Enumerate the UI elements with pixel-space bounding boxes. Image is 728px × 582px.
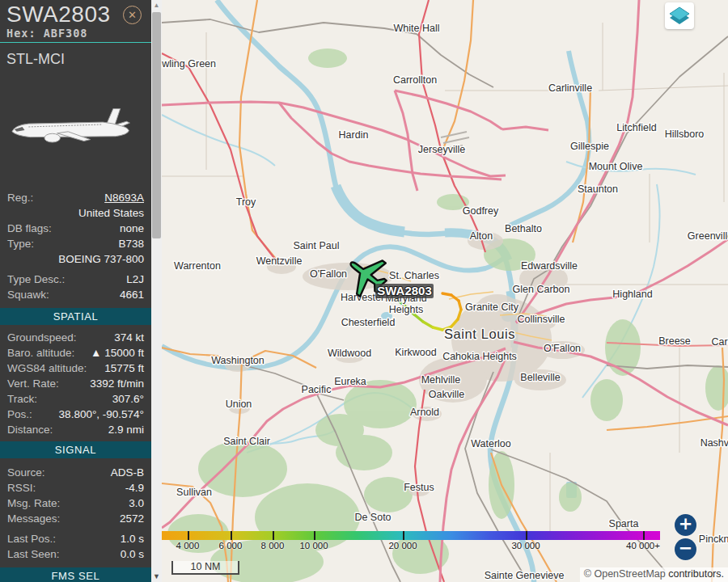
map-city-label: Edwardsville (521, 260, 578, 272)
map-city-label: O'Fallon (310, 268, 347, 280)
section-header-fms-sel: FMS SEL (0, 567, 151, 582)
layers-button[interactable] (665, 2, 694, 29)
map-city-label: Sparta (609, 518, 639, 529)
spatial-row: Distance:2.9 nmi (0, 422, 151, 437)
trail-segment (433, 327, 442, 330)
legend-tick-label: 4 000 (176, 541, 200, 550)
spatial-row: Pos.:38.800°, -90.574° (0, 407, 151, 422)
map-city-label: Bowling Green (162, 58, 216, 70)
map-city-label: Waterloo (471, 438, 511, 449)
map-city-label: Belleville (520, 372, 560, 383)
scrollbar-down-icon[interactable]: ▼ (151, 572, 162, 580)
zoom-in-button[interactable]: + (675, 514, 696, 536)
trail-segment (459, 301, 461, 310)
sidebar-scrollbar[interactable]: ▲ ▼ (151, 0, 162, 582)
info-row: United States (0, 205, 151, 221)
hex-label: Hex: (6, 27, 36, 40)
map-city-label: Breese (658, 335, 691, 347)
map-city-label: Collinsville (517, 314, 565, 325)
legend-tick-label: 30 000 (511, 541, 540, 550)
trail-segment (414, 314, 423, 322)
legend-tick-label: 10 000 (299, 541, 328, 550)
map-city-label: Festus (404, 482, 434, 493)
map-city-label: Saint Clair (223, 436, 270, 447)
legend-tick (403, 531, 404, 540)
registration-info-table: Reg.:N8693A United States DB flags:none … (0, 190, 151, 302)
aircraft-silhouette (8, 100, 142, 152)
plane-engine (44, 133, 61, 142)
aircraft-map-label[interactable]: SWA2803 (375, 284, 434, 298)
signal-row: Last Pos.:1.0 s (0, 531, 151, 546)
map-labels: Bowling GreenWhite HallCarrolltonHardinJ… (162, 23, 728, 581)
close-icon[interactable]: ✕ (123, 6, 142, 24)
info-row: Type Desc.:L2J (0, 272, 151, 287)
info-row: Type:B738 (0, 236, 151, 251)
map-city-label: O'Fallon (544, 343, 581, 354)
legend-tick (314, 531, 315, 540)
map-city-label: Nashville (700, 437, 728, 449)
legend-tick (643, 531, 645, 540)
map-city-label: Union (226, 399, 252, 410)
legend-tick-label: 8 000 (261, 541, 285, 550)
map-city-label: Saint Louis (444, 327, 515, 341)
scrollbar-thumb[interactable] (152, 12, 161, 238)
map-city-label: Pacific (302, 384, 332, 395)
legend-tick (273, 531, 274, 540)
info-row: Squawk:4661 (0, 287, 151, 302)
zoom-out-button[interactable]: − (675, 538, 696, 560)
map-city-label: Staunton (578, 183, 618, 195)
map-city-label: Bethalto (505, 223, 542, 234)
map-city-label: Kirkwood (395, 347, 436, 358)
signal-row: Msg. Rate:3.0 (0, 496, 151, 511)
map-city-label: Glen Carbon (513, 284, 570, 295)
attribution-osm[interactable]: © OpenStreetMap (584, 568, 666, 580)
info-row: BOEING 737-800 (0, 251, 151, 267)
map-city-label: Washington (211, 355, 265, 366)
map-city-label: Granite City (465, 302, 519, 313)
spatial-table: Groundspeed:374 kt Baro. altitude:▲ 1500… (0, 330, 151, 437)
info-row: DB flags:none (0, 221, 151, 236)
map-city-label: Heights (389, 304, 423, 315)
map-city-label: Godfrey (463, 205, 499, 217)
registration-link[interactable]: N8693A (104, 190, 144, 205)
map-city-label: Sainte Genevieve (485, 570, 565, 581)
map-city-label: Mehlville (421, 374, 461, 386)
map-attribution: © OpenStreetMap contributors. (580, 567, 728, 582)
attribution-contributors: contributors. (666, 568, 724, 580)
spatial-row: WGS84 altitude:15775 ft (0, 361, 151, 376)
legend-tick-label: 40 000+ (626, 541, 660, 550)
map-city-label: Sullivan (176, 487, 212, 498)
legend-tick (526, 531, 527, 540)
map-city-label: Mount Olive (589, 161, 643, 172)
spatial-row: Track:307.6° (0, 391, 151, 407)
sidebar-content: SWA2803 Hex: ABF308 ✕ STL-MCI Reg.:N8693… (0, 0, 151, 582)
legend-tick (188, 531, 189, 540)
layers-icon (665, 2, 694, 29)
signal-row: Source:ADS-B (0, 465, 151, 480)
map-city-label: Jerseyville (418, 144, 465, 155)
map-city-label: Carlinville (548, 82, 592, 94)
signal-row: RSSI:-4.9 (0, 480, 151, 496)
hex-line: Hex: ABF308 (6, 27, 145, 40)
map-city-label: Eureka (334, 376, 366, 387)
map-city-label: Chesterfield (341, 317, 396, 328)
map-city-label: White Hall (394, 23, 440, 34)
map-city-label: Gillespie (570, 141, 609, 152)
map-city-label: Hardin (339, 129, 369, 141)
section-header-signal: SIGNAL (0, 441, 151, 458)
signal-table: Source:ADS-B RSSI:-4.9 Msg. Rate:3.0 Mes… (0, 465, 151, 562)
map-city-label: Warrenton (174, 260, 221, 272)
map-city-label: Hillsboro (665, 129, 705, 140)
map-city-label: Wentzville (256, 255, 303, 267)
map-city-label: Wildwood (328, 348, 371, 359)
hex-value: ABF308 (44, 27, 88, 40)
map-city-label: De Soto (354, 512, 391, 523)
map-scale-bar: 10 NM (171, 561, 239, 575)
scrollbar-up-icon[interactable]: ▲ (151, 2, 162, 9)
section-header-spatial: SPATIAL (0, 308, 151, 325)
aircraft-map-label-text: SWA2803 (377, 284, 432, 297)
legend-tick-label: 20 000 (388, 541, 417, 550)
spatial-row: Vert. Rate:3392 ft/min (0, 376, 151, 391)
signal-row: Messages:2572 (0, 511, 151, 526)
map-canvas[interactable]: Bowling GreenWhite HallCarrolltonHardinJ… (162, 0, 728, 582)
